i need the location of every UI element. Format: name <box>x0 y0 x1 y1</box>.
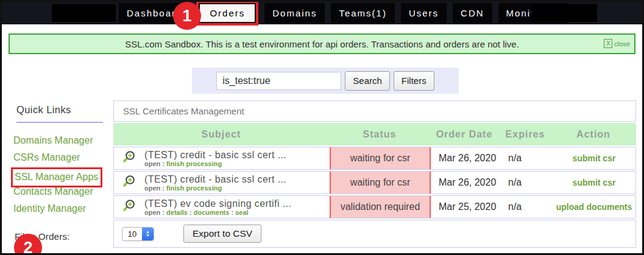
stepper-icon[interactable]: ▲▼ <box>142 228 154 240</box>
top-navbar: DashboardOrdersDomainsTeams(1)UsersCDNMo… <box>2 2 642 24</box>
status-badge: waiting for csr <box>330 172 431 194</box>
sublink-details[interactable]: details <box>166 209 188 216</box>
column-header-order-date: Order Date <box>430 129 498 140</box>
sublink-separator: : <box>229 209 235 216</box>
nav-item-domains[interactable]: Domains <box>264 3 325 23</box>
action-cell: submit csr <box>553 147 635 169</box>
zoom-details-icon[interactable] <box>122 150 136 166</box>
nav-item-orders[interactable]: Orders <box>199 3 256 23</box>
expires-cell: n/a <box>499 147 553 169</box>
sublink-seal[interactable]: seal <box>235 209 248 216</box>
column-header-status: Status <box>329 129 430 140</box>
search-bar: Search Filters <box>192 68 459 94</box>
subject-cell: (TEST) credit - basic ssl cert ...open :… <box>114 172 330 194</box>
ssl-certificates-panel: SSL Certificates Management SubjectStatu… <box>113 100 636 248</box>
nav-item-cdn[interactable]: CDN <box>453 3 492 23</box>
sidebar-item: SSL Manager Apps <box>13 167 114 184</box>
sublink-documents[interactable]: documents <box>194 209 230 216</box>
subject-sublinks: open : finish processing <box>144 184 286 192</box>
nav-item-users[interactable]: Users <box>401 3 447 23</box>
page-size-select[interactable]: 10 ▲▼ <box>122 227 154 241</box>
sidebar-item: Domains Manager <box>13 133 114 150</box>
sandbox-banner-text: SSL.com Sandbox. This is a test environm… <box>125 39 519 49</box>
action-link-submit-csr[interactable]: submit csr <box>573 178 616 187</box>
sublink-separator: : <box>160 160 166 167</box>
order-date-cell: Mar 26, 2020 <box>431 172 499 194</box>
sublink-finish-processing[interactable]: finish processing <box>166 184 222 192</box>
app-window: DashboardOrdersDomainsTeams(1)UsersCDNMo… <box>0 0 644 255</box>
redacted-account-block <box>531 4 597 22</box>
status-badge: validation required <box>330 196 431 218</box>
column-header-action: Action <box>552 129 635 140</box>
action-link-upload-documents[interactable]: upload documents <box>556 202 632 212</box>
quick-links-list: Domains ManagerCSRs ManagerSSL Manager A… <box>13 133 114 218</box>
sandbox-banner: SSL.com Sandbox. This is a test environm… <box>9 33 635 54</box>
page-size-value: 10 <box>122 228 142 240</box>
export-csv-button[interactable]: Export to CSV <box>183 225 261 243</box>
sidebar-item: Identity Manager <box>13 201 114 218</box>
table-row: (TEST) credit - basic ssl cert ...open :… <box>113 147 636 170</box>
action-link-submit-csr[interactable]: submit csr <box>573 153 616 163</box>
banner-close-button[interactable]: X close <box>604 39 630 48</box>
sublink-separator: : <box>160 184 166 192</box>
redacted-logo-block <box>52 4 116 22</box>
table-row: (TEST) ev code signing certifi ...open :… <box>113 195 636 218</box>
close-x-icon[interactable]: X <box>604 39 612 48</box>
sidebar-item: CSRs Manager <box>13 150 114 167</box>
search-input[interactable] <box>216 72 341 90</box>
close-label[interactable]: close <box>614 40 630 47</box>
subject-cell: (TEST) credit - basic ssl cert ...open :… <box>114 147 330 169</box>
expires-cell: n/a <box>499 172 553 194</box>
action-cell: submit csr <box>553 172 635 194</box>
table-title: SSL Certificates Management <box>113 100 636 122</box>
quick-links-sidebar: Quick Links Domains ManagerCSRs ManagerS… <box>13 100 114 218</box>
subject-sublinks: open : finish processing <box>144 160 286 167</box>
annotation-step-1-badge: 1 <box>173 2 201 30</box>
subject-text[interactable]: (TEST) credit - basic ssl cert ... <box>144 150 286 160</box>
subject-text[interactable]: (TEST) credit - basic ssl cert ... <box>144 174 286 184</box>
sublink-separator: : <box>160 209 166 216</box>
open-label: open <box>144 209 160 216</box>
nav-item-teams-1-[interactable]: Teams(1) <box>331 3 395 23</box>
action-cell: upload documents <box>553 196 635 218</box>
open-label: open <box>144 184 160 192</box>
filters-button[interactable]: Filters <box>394 71 434 91</box>
expires-cell: n/a <box>499 196 553 218</box>
order-date-cell: Mar 26, 2020 <box>431 147 499 169</box>
sublink-finish-processing[interactable]: finish processing <box>166 160 222 167</box>
zoom-details-icon[interactable] <box>122 175 136 190</box>
subject-cell: (TEST) ev code signing certifi ...open :… <box>114 196 330 218</box>
subject-sublinks: open : details : documents : seal <box>144 209 291 216</box>
zoom-details-icon[interactable] <box>122 199 136 215</box>
subject-text[interactable]: (TEST) ev code signing certifi ... <box>144 198 291 209</box>
sidebar-link-domains-manager[interactable]: Domains Manager <box>13 135 93 145</box>
sublink-separator: : <box>188 209 194 216</box>
status-badge: waiting for csr <box>330 147 431 169</box>
table-header-row: SubjectStatusOrder DateExpiresAction <box>113 123 636 145</box>
table-body: (TEST) credit - basic ssl cert ...open :… <box>113 147 636 218</box>
table-row: (TEST) credit - basic ssl cert ...open :… <box>113 171 636 194</box>
table-footer: 10 ▲▼ Export to CSV <box>113 220 636 248</box>
quick-links-title: Quick Links <box>16 100 103 123</box>
open-label: open <box>144 160 160 167</box>
search-button[interactable]: Search <box>345 71 390 91</box>
order-date-cell: Mar 25, 2020 <box>431 196 499 218</box>
column-header-subject: Subject <box>113 129 329 140</box>
sidebar-link-contacts-manager[interactable]: Contacts Manager <box>13 186 93 197</box>
sidebar-link-csrs-manager[interactable]: CSRs Manager <box>13 152 80 162</box>
sidebar-link-identity-manager[interactable]: Identity Manager <box>13 203 86 214</box>
column-header-expires: Expires <box>498 129 552 140</box>
